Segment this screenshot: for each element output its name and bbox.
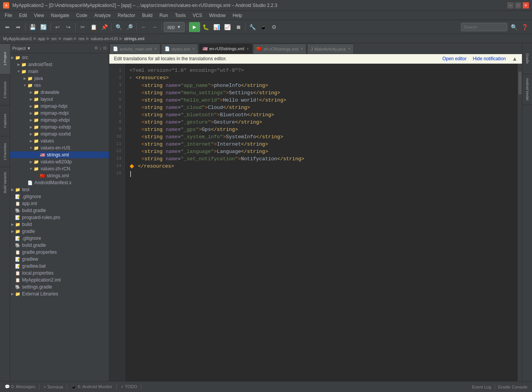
tree-item-AndroidManifest[interactable]: 📄AndroidManifest.x bbox=[10, 179, 109, 186]
tree-item-values[interactable]: ▶📁values bbox=[10, 137, 109, 144]
menu-item-refactor[interactable]: Refactor bbox=[115, 12, 138, 19]
tree-item-build-folder[interactable]: ▶📁build bbox=[10, 221, 109, 228]
tab-close-mainactivity[interactable]: × bbox=[348, 47, 350, 51]
toolbar-btn-coverage[interactable]: 📊 bbox=[212, 22, 222, 32]
toolbar-btn-forward[interactable]: ➡ bbox=[13, 22, 23, 32]
left-panel-captures[interactable]: Captures bbox=[0, 105, 10, 136]
tab-styles[interactable]: 📄styles.xml× bbox=[161, 44, 198, 54]
tree-arrow-mipmap-xxhdp[interactable]: ▶ bbox=[29, 125, 33, 129]
tab-zh-strings[interactable]: 🇨🇳zh-rCN\strings.xml× bbox=[253, 44, 306, 54]
fold-indicator-resources-end[interactable]: 🔶 bbox=[129, 165, 136, 169]
menu-item-help[interactable]: Help bbox=[229, 12, 245, 19]
android-monitor-btn[interactable]: 📱 6: Android Monitor bbox=[69, 382, 114, 392]
search-everywhere-input[interactable] bbox=[461, 23, 507, 31]
toolbar-btn-profile[interactable]: 📈 bbox=[223, 22, 233, 32]
toolbar-btn-sdk[interactable]: 🔧 bbox=[248, 22, 258, 32]
toolbar-btn-debug[interactable]: 🐛 bbox=[201, 22, 211, 32]
breadcrumb-item-main[interactable]: main bbox=[63, 36, 73, 41]
tree-item-gradle-properties[interactable]: 📋gradle.properties bbox=[10, 249, 109, 256]
menu-item-analyze[interactable]: Analyze bbox=[91, 12, 114, 19]
breadcrumb-item-values-en-rus[interactable]: values-en-rUS bbox=[91, 36, 118, 41]
tab-close-zh-strings[interactable]: × bbox=[301, 47, 303, 51]
tab-activity-main[interactable]: 📄activity_main.xml× bbox=[109, 44, 160, 54]
tree-arrow-values-w820dp[interactable]: ▶ bbox=[29, 160, 33, 164]
tree-item-app-iml[interactable]: 📋app.iml bbox=[10, 200, 109, 207]
breadcrumb-item-app[interactable]: app bbox=[38, 36, 45, 41]
tree-arrow-test[interactable]: ▶ bbox=[10, 188, 15, 192]
toolbar-btn-save[interactable]: 💾 bbox=[27, 22, 37, 32]
tab-close-activity-main[interactable]: × bbox=[155, 47, 157, 51]
toolbar-btn-copy[interactable]: 📋 bbox=[88, 22, 99, 32]
toolbar-btn-nav-fwd[interactable]: → bbox=[150, 22, 160, 32]
tree-arrow-values[interactable]: ▶ bbox=[29, 139, 33, 143]
tree-arrow-mipmap-mdpi[interactable]: ▶ bbox=[29, 111, 33, 115]
notification-collapse-icon[interactable]: ▲ bbox=[512, 56, 517, 62]
tree-item-build-gradle-root[interactable]: 🐘build.gradle bbox=[10, 242, 109, 249]
close-button[interactable]: ✕ bbox=[523, 2, 529, 8]
left-panel-project[interactable]: 1:Project bbox=[0, 43, 10, 74]
right-panel-android-model[interactable]: Android Model bbox=[522, 74, 532, 105]
hide-notification-link[interactable]: Hide notification bbox=[473, 56, 506, 61]
tree-arrow-layout[interactable]: ▶ bbox=[29, 97, 33, 101]
tab-en-strings[interactable]: 🇺🇸en-rUS\strings.xml× bbox=[199, 44, 252, 54]
right-panel-gradle[interactable]: Gradle bbox=[522, 43, 532, 74]
project-panel-collapse[interactable]: ⊟ bbox=[103, 46, 107, 51]
run-button[interactable]: ▶ bbox=[189, 22, 200, 32]
menu-item-vcs[interactable]: VCS bbox=[190, 12, 206, 19]
tree-item-res[interactable]: ▼📁res bbox=[10, 82, 109, 89]
tree-arrow-external-libs[interactable]: ▶ bbox=[10, 292, 15, 296]
toolbar-btn-replace[interactable]: 🔎 bbox=[124, 22, 134, 32]
search-everywhere-btn[interactable]: 🔍 bbox=[509, 22, 519, 32]
toolbar-btn-back[interactable]: ⬅ bbox=[2, 22, 12, 32]
tree-item-values-en-rUS[interactable]: ▼📁values-en-rUS bbox=[10, 144, 109, 151]
tab-close-en-strings[interactable]: × bbox=[246, 47, 249, 51]
tree-item-mipmap-xhdpi[interactable]: ▶📁mipmap-xhdpi bbox=[10, 117, 109, 124]
tree-arrow-mipmap-xhdpi[interactable]: ▶ bbox=[29, 118, 33, 122]
tree-arrow-main[interactable]: ▼ bbox=[16, 70, 21, 73]
toolbar-btn-stop[interactable]: ⏹ bbox=[233, 22, 243, 32]
maximize-button[interactable]: □ bbox=[515, 2, 521, 8]
tree-item-layout[interactable]: ▶📁layout bbox=[10, 96, 109, 103]
breadcrumb-item-strings-xml[interactable]: strings.xml bbox=[124, 36, 144, 41]
breadcrumb-item-myapplication2[interactable]: MyApplication2 bbox=[3, 36, 32, 41]
tree-item-strings-zh[interactable]: 🇨🇳strings.xml bbox=[10, 172, 109, 179]
toolbar-btn-find[interactable]: 🔍 bbox=[114, 22, 124, 32]
toolbar-btn-help[interactable]: ❓ bbox=[520, 22, 530, 32]
tree-arrow-mipmap-hdpi[interactable]: ▶ bbox=[29, 104, 33, 108]
terminal-btn[interactable]: > Terminal bbox=[41, 382, 65, 392]
tree-item-gitignore2[interactable]: 📝.gitignore bbox=[10, 235, 109, 242]
tree-item-local-properties[interactable]: 📋local.properties bbox=[10, 270, 109, 277]
gradle-console-btn[interactable]: Gradle Console bbox=[496, 385, 530, 389]
tree-item-mipmap-mdpi[interactable]: ▶📁mipmap-mdpi bbox=[10, 110, 109, 117]
tree-item-proguard-rules[interactable]: 📝proguard-rules.pro bbox=[10, 214, 109, 221]
tree-item-external-libs[interactable]: ▶📁External Libraries bbox=[10, 290, 109, 297]
tree-item-test[interactable]: ▶📁test bbox=[10, 186, 109, 193]
toolbar-btn-undo[interactable]: ↩ bbox=[53, 22, 63, 32]
toolbar-btn-settings[interactable]: ⚙ bbox=[269, 22, 279, 32]
tree-arrow-src[interactable]: ▶ bbox=[10, 56, 15, 59]
tree-arrow-gradle-folder[interactable]: ▶ bbox=[10, 229, 15, 233]
tree-item-drawable[interactable]: ▶📁drawable bbox=[10, 89, 109, 96]
tab-close-styles[interactable]: × bbox=[192, 47, 195, 51]
tree-arrow-values-en-rUS[interactable]: ▼ bbox=[29, 146, 33, 150]
project-panel-sync[interactable]: ↕ bbox=[100, 46, 102, 51]
app-selector[interactable]: app ▼ bbox=[164, 22, 185, 32]
menu-item-code[interactable]: Code bbox=[73, 12, 90, 19]
tree-arrow-build-folder[interactable]: ▶ bbox=[10, 222, 15, 226]
scrollbar-thumb[interactable] bbox=[518, 71, 522, 95]
toolbar-btn-avd[interactable]: 📱 bbox=[258, 22, 269, 32]
tree-item-mipmap-xxxhd[interactable]: ▶📁mipmap-xxxhd bbox=[10, 131, 109, 137]
fold-arrow-resources[interactable]: ▼ bbox=[129, 76, 134, 80]
tree-item-build-gradle-app[interactable]: 🐘build.gradle bbox=[10, 207, 109, 214]
tree-item-main[interactable]: ▼📁main bbox=[10, 68, 109, 75]
tree-item-gradle-folder[interactable]: ▶📁gradle bbox=[10, 228, 109, 235]
tree-arrow-androidTest[interactable]: ▶ bbox=[16, 63, 21, 66]
tree-item-settings-gradle[interactable]: 🐘settings.gradle bbox=[10, 283, 109, 290]
messages-btn[interactable]: 💬 0: Messages bbox=[2, 382, 37, 392]
left-panel-favorites[interactable]: 2:Favorites bbox=[0, 136, 10, 167]
tree-item-mipmap-xxhdp[interactable]: ▶📁mipmap-xxhdp bbox=[10, 124, 109, 131]
breadcrumb-item-src[interactable]: src bbox=[51, 36, 57, 41]
toolbar-btn-cut[interactable]: ✂ bbox=[78, 22, 88, 32]
tree-item-strings-en[interactable]: 🇺🇸strings.xml bbox=[10, 151, 109, 158]
menu-item-window[interactable]: Window bbox=[206, 12, 229, 19]
